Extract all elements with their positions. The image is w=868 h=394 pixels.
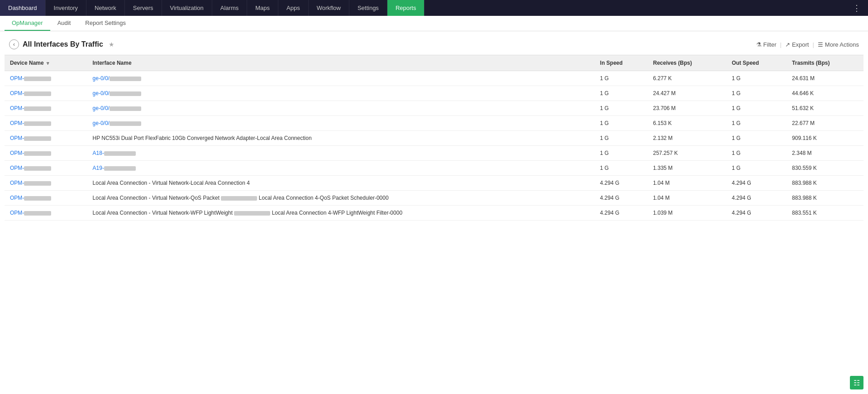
export-label: Export xyxy=(792,41,809,48)
page-header: ‹ All Interfaces By Traffic ★ ⚗ Filter |… xyxy=(0,31,868,55)
filter-icon: ⚗ xyxy=(756,41,762,48)
more-actions-icon: ☰ xyxy=(818,41,823,48)
cell-device-name: OPM- xyxy=(5,146,87,161)
table-row: OPM-ge-0/0/1 G23.706 M1 G51.632 K xyxy=(5,101,863,116)
cell-transmits: 830.559 K xyxy=(787,161,863,176)
table-header-row: Device Name ▿ Interface Name In Speed Re… xyxy=(5,55,863,71)
cell-device-name: OPM- xyxy=(5,131,87,146)
col-header-interface-name: Interface Name xyxy=(87,55,595,71)
nav-item-reports[interactable]: Reports xyxy=(387,0,425,16)
cell-device-name: OPM- xyxy=(5,161,87,176)
cell-transmits: 883.551 K xyxy=(787,206,863,221)
cell-transmits: 2.348 M xyxy=(787,146,863,161)
cell-interface-name: Local Area Connection - Virtual Network-… xyxy=(87,191,595,206)
nav-item-apps[interactable]: Apps xyxy=(278,0,309,16)
cell-out-speed: 4.294 G xyxy=(726,176,787,191)
cell-in-speed: 1 G xyxy=(595,146,648,161)
cell-transmits: 883.988 K xyxy=(787,176,863,191)
cell-receives: 1.04 M xyxy=(648,191,726,206)
export-icon: ↗ xyxy=(785,41,790,48)
cell-receives: 257.257 K xyxy=(648,146,726,161)
cell-device-name: OPM- xyxy=(5,191,87,206)
nav-item-network[interactable]: Network xyxy=(86,0,125,16)
cell-receives: 1.335 M xyxy=(648,161,726,176)
page-title: All Interfaces By Traffic xyxy=(23,40,103,48)
cell-transmits: 51.632 K xyxy=(787,101,863,116)
interfaces-table: Device Name ▿ Interface Name In Speed Re… xyxy=(5,55,863,221)
cell-transmits: 909.116 K xyxy=(787,131,863,146)
sub-nav-opmanager[interactable]: OpManager xyxy=(5,16,50,31)
more-options-icon[interactable]: ⋮ xyxy=(849,1,864,15)
cell-transmits: 883.988 K xyxy=(787,191,863,206)
cell-interface-name: ge-0/0/ xyxy=(87,86,595,101)
cell-device-name: OPM- xyxy=(5,176,87,191)
cell-interface-name: A18- xyxy=(87,146,595,161)
col-header-out-speed: Out Speed xyxy=(726,55,787,71)
cell-device-name: OPM- xyxy=(5,206,87,221)
cell-device-name: OPM- xyxy=(5,116,87,131)
cell-transmits: 24.631 M xyxy=(787,71,863,86)
cell-out-speed: 1 G xyxy=(726,101,787,116)
top-nav: Dashboard Inventory Network Servers Virt… xyxy=(0,0,868,16)
cell-out-speed: 1 G xyxy=(726,161,787,176)
export-button[interactable]: ↗ Export xyxy=(785,41,809,48)
cell-in-speed: 1 G xyxy=(595,131,648,146)
cell-in-speed: 1 G xyxy=(595,71,648,86)
table-row: OPM-Local Area Connection - Virtual Netw… xyxy=(5,206,863,221)
cell-out-speed: 4.294 G xyxy=(726,206,787,221)
cell-receives: 24.427 M xyxy=(648,86,726,101)
cell-receives: 23.706 M xyxy=(648,101,726,116)
cell-interface-name: HP NC553i Dual Port FlexFabric 10Gb Conv… xyxy=(87,131,595,146)
back-button[interactable]: ‹ xyxy=(9,39,19,49)
cell-in-speed: 1 G xyxy=(595,86,648,101)
cell-in-speed: 4.294 G xyxy=(595,176,648,191)
nav-item-inventory[interactable]: Inventory xyxy=(46,0,86,16)
sub-nav-audit[interactable]: Audit xyxy=(50,16,78,31)
divider-1: | xyxy=(780,41,781,48)
nav-item-servers[interactable]: Servers xyxy=(125,0,162,16)
col-header-device-name[interactable]: Device Name ▿ xyxy=(5,55,87,71)
nav-item-dashboard[interactable]: Dashboard xyxy=(0,0,46,16)
cell-interface-name: ge-0/0/ xyxy=(87,71,595,86)
favorite-icon[interactable]: ★ xyxy=(109,41,114,48)
cell-in-speed: 1 G xyxy=(595,161,648,176)
nav-item-maps[interactable]: Maps xyxy=(247,0,278,16)
cell-transmits: 22.677 M xyxy=(787,116,863,131)
cell-in-speed: 1 G xyxy=(595,116,648,131)
nav-item-workflow[interactable]: Workflow xyxy=(309,0,349,16)
table-row: OPM-A18-1 G257.257 K1 G2.348 M xyxy=(5,146,863,161)
col-header-receives: Receives (Bps) xyxy=(648,55,726,71)
cell-in-speed: 4.294 G xyxy=(595,206,648,221)
nav-item-alarms[interactable]: Alarms xyxy=(212,0,247,16)
cell-in-speed: 4.294 G xyxy=(595,191,648,206)
content-area: ‹ All Interfaces By Traffic ★ ⚗ Filter |… xyxy=(0,31,868,394)
cell-device-name: OPM- xyxy=(5,101,87,116)
cell-out-speed: 1 G xyxy=(726,146,787,161)
cell-out-speed: 1 G xyxy=(726,71,787,86)
divider-2: | xyxy=(812,41,814,48)
cell-out-speed: 4.294 G xyxy=(726,191,787,206)
sub-nav: OpManager Audit Report Settings xyxy=(0,16,868,31)
table-row: OPM-ge-0/0/1 G6.277 K1 G24.631 M xyxy=(5,71,863,86)
floating-action-button[interactable]: ☷ xyxy=(850,376,863,389)
nav-item-settings[interactable]: Settings xyxy=(349,0,387,16)
nav-item-virtualization[interactable]: Virtualization xyxy=(162,0,212,16)
more-actions-label: More Actions xyxy=(825,41,859,48)
cell-receives: 6.277 K xyxy=(648,71,726,86)
sort-icon: ▿ xyxy=(47,61,49,66)
table-row: OPM-ge-0/0/1 G24.427 M1 G44.646 K xyxy=(5,86,863,101)
cell-receives: 1.04 M xyxy=(648,176,726,191)
table-row: OPM-A19-1 G1.335 M1 G830.559 K xyxy=(5,161,863,176)
table-row: OPM-HP NC553i Dual Port FlexFabric 10Gb … xyxy=(5,131,863,146)
table-row: OPM-Local Area Connection - Virtual Netw… xyxy=(5,176,863,191)
more-actions-button[interactable]: ☰ More Actions xyxy=(818,41,859,48)
cell-receives: 6.153 K xyxy=(648,116,726,131)
cell-interface-name: Local Area Connection - Virtual Network-… xyxy=(87,176,595,191)
cell-transmits: 44.646 K xyxy=(787,86,863,101)
sub-nav-report-settings[interactable]: Report Settings xyxy=(78,16,133,31)
cell-interface-name: ge-0/0/ xyxy=(87,116,595,131)
filter-label: Filter xyxy=(763,41,777,48)
filter-button[interactable]: ⚗ Filter xyxy=(756,41,777,48)
table-container: Device Name ▿ Interface Name In Speed Re… xyxy=(0,55,868,230)
cell-device-name: OPM- xyxy=(5,86,87,101)
